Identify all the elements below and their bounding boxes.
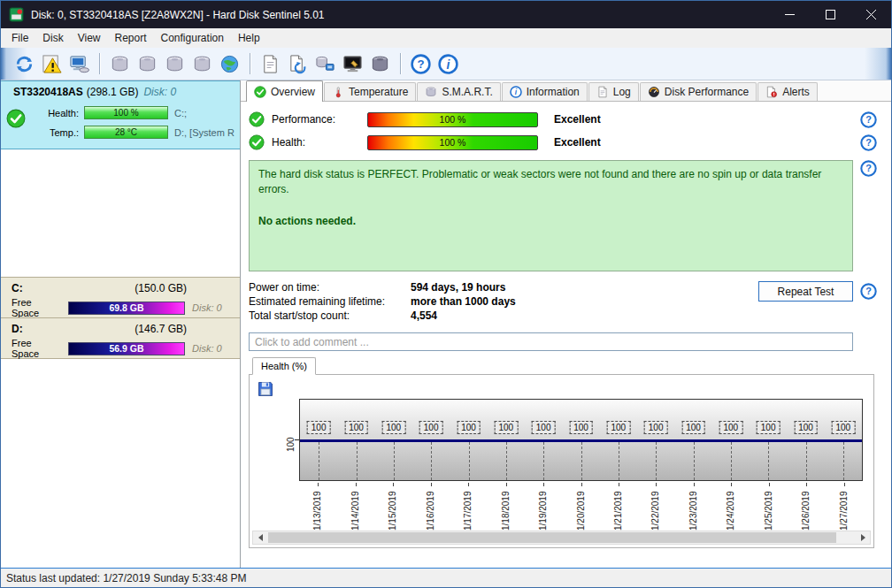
temp-label: Temp.: <box>33 127 79 138</box>
chart-date-label: 1/13/2019 <box>312 492 322 531</box>
minimize-icon <box>785 10 795 19</box>
menu-view[interactable]: View <box>71 32 108 44</box>
free-space-label: Free Space <box>8 297 61 318</box>
maximize-button[interactable] <box>810 1 850 28</box>
gauge-icon <box>648 86 660 98</box>
tab-disk-performance[interactable]: Disk Performance <box>640 82 757 101</box>
window-controls <box>769 1 891 28</box>
minimize-button[interactable] <box>769 1 810 28</box>
window-title: Disk: 0, ST3320418AS [Z2A8WX2N] - Hard D… <box>31 9 324 21</box>
toolbar-separator <box>400 53 401 74</box>
titlebar[interactable]: Disk: 0, ST3320418AS [Z2A8WX2N] - Hard D… <box>1 1 891 28</box>
scroll-right-button[interactable] <box>856 531 870 544</box>
repeat-test-help-icon[interactable] <box>860 283 877 300</box>
chart-axis-tick <box>393 483 394 486</box>
toolbar-disk-restore-button[interactable] <box>135 51 160 77</box>
chart-point-value-label: 100 <box>494 421 518 434</box>
disk-restore-icon <box>137 54 158 74</box>
performance-ok-check-icon <box>249 111 265 127</box>
chart-axis-tick <box>506 483 507 486</box>
performance-label: Performance: <box>272 113 360 126</box>
chart-gridline <box>768 442 769 480</box>
scrollbar-track[interactable] <box>267 531 856 544</box>
network-disk-icon <box>315 54 335 74</box>
disk-number: Disk: 0 <box>143 86 176 98</box>
toolbar-info-button[interactable] <box>435 51 461 77</box>
menu-disk[interactable]: Disk <box>35 32 70 44</box>
scroll-left-button[interactable] <box>253 531 267 544</box>
scrollbar-thumb[interactable] <box>268 532 836 543</box>
chart-date-label: 1/23/2019 <box>688 492 698 531</box>
chart-date-label: 1/25/2019 <box>764 492 773 531</box>
partition-letters-line1: C:; <box>174 108 235 118</box>
globe-online-icon <box>219 54 240 74</box>
disk-status-message: The hard disk status is PERFECT. Problem… <box>249 160 853 271</box>
left-arrow-icon <box>258 534 263 541</box>
chart-date-label: 1/21/2019 <box>613 492 623 531</box>
toolbar-monitor-edit-button[interactable] <box>340 51 365 77</box>
comment-input[interactable] <box>249 332 853 351</box>
toolbar-disk-dark-button[interactable] <box>367 51 393 77</box>
toolbar-refresh-report-button[interactable] <box>285 51 311 77</box>
chart-gridline <box>543 442 544 480</box>
partition-panel-c[interactable]: C: (150.0 GB) Free Space 69.8 GB Disk: 0 <box>1 277 240 318</box>
chart-scrollbar[interactable] <box>252 531 871 545</box>
menu-report[interactable]: Report <box>107 32 153 44</box>
chart-gridline <box>656 442 657 480</box>
health-help-icon[interactable] <box>860 134 877 151</box>
chart-gridline <box>394 442 395 480</box>
right-arrow-icon <box>861 534 865 541</box>
toolbar-help-button[interactable] <box>408 51 434 77</box>
tab-information[interactable]: Information <box>502 82 588 101</box>
menu-help[interactable]: Help <box>231 32 267 44</box>
chart-axis-tick <box>769 483 770 486</box>
chart-point-value-label: 100 <box>757 421 780 434</box>
main-area: Overview Temperature S.M.A.R.T. Informat… <box>241 80 891 568</box>
chart-tab-health[interactable]: Health (%) <box>252 357 316 375</box>
tab-smart[interactable]: S.M.A.R.T. <box>417 82 500 101</box>
toolbar-report-button[interactable] <box>258 51 283 77</box>
tab-log[interactable]: Log <box>588 82 639 101</box>
health-mini-value: 100 % <box>113 108 138 118</box>
disk-list-item[interactable]: ST3320418AS(298.1 GB)Disk: 0 Health: 100… <box>1 80 240 149</box>
performance-rating: Excellent <box>554 113 601 126</box>
menu-file[interactable]: File <box>4 32 35 44</box>
menu-configuration[interactable]: Configuration <box>154 32 231 44</box>
health-chart-section: Health (%) 100 1001001001001001001001001… <box>249 357 874 548</box>
status-help-icon[interactable] <box>860 160 877 177</box>
tab-label: Information <box>527 86 580 98</box>
tab-label: Disk Performance <box>665 86 749 98</box>
toolbar-network-button[interactable] <box>312 51 338 77</box>
chart-date-label: 1/26/2019 <box>801 492 811 531</box>
tab-label: Temperature <box>349 86 408 98</box>
save-chart-icon[interactable] <box>257 380 274 398</box>
status-action-text: No actions needed. <box>258 214 843 229</box>
toolbar-computer-display-button[interactable] <box>66 51 92 77</box>
toolbar-disk-copy-button[interactable] <box>107 51 133 77</box>
chart-plot-area: 1001001001001001001001001001001001001001… <box>299 399 863 481</box>
toolbar-surface-test-button[interactable] <box>39 51 65 77</box>
tab-overview[interactable]: Overview <box>246 80 323 102</box>
toolbar-disk-move-button[interactable] <box>162 51 188 77</box>
partition-panel-d[interactable]: D: (146.7 GB) Free Space 56.9 GB Disk: 0 <box>1 317 240 359</box>
tab-alerts[interactable]: Alerts <box>757 82 818 101</box>
toolbar-refresh-button[interactable] <box>12 51 37 77</box>
chart-point-value-label: 100 <box>344 421 368 434</box>
toolbar-online-button[interactable] <box>217 51 242 77</box>
tab-temperature[interactable]: Temperature <box>324 82 416 101</box>
partition-letter: D: <box>8 323 23 335</box>
repeat-test-button[interactable]: Repeat Test <box>758 281 853 302</box>
health-ok-check-icon <box>249 134 265 150</box>
toolbar-disk-search-button[interactable] <box>189 51 215 77</box>
chart-point-value-label: 100 <box>681 421 705 434</box>
close-button[interactable] <box>850 1 891 28</box>
close-icon <box>866 10 876 19</box>
performance-help-icon[interactable] <box>860 111 877 128</box>
log-document-icon <box>596 86 609 98</box>
disk-ok-check-icon <box>6 109 26 128</box>
chart-axis-tick <box>431 483 432 486</box>
tab-label: Alerts <box>782 86 810 98</box>
sidebar: ST3320418AS(298.1 GB)Disk: 0 Health: 100… <box>1 80 241 568</box>
remaining-lifetime-label: Estimated remaining lifetime: <box>249 295 411 308</box>
help-icon <box>411 54 431 74</box>
